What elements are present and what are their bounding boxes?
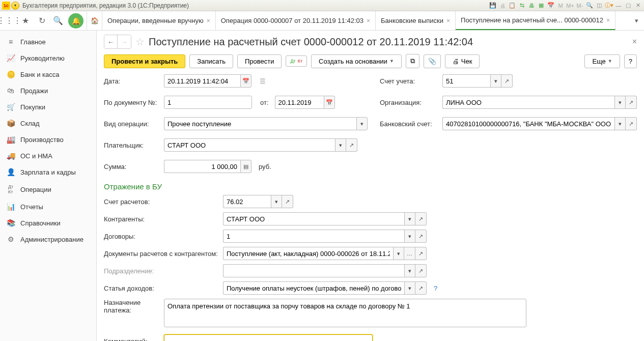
dtkt-button[interactable]: ДтКт [286, 55, 307, 67]
doc-num-input[interactable] [164, 96, 252, 109]
income-item-input[interactable] [223, 281, 404, 295]
favorite-icon[interactable]: ★ [19, 15, 32, 27]
check-button[interactable]: 🖨Чек [445, 54, 480, 68]
more-button[interactable]: Еще▼ [584, 54, 620, 68]
print-icon[interactable]: 🖨 [498, 2, 507, 10]
payer-input[interactable] [164, 138, 335, 152]
open-icon[interactable]: ↗ [415, 247, 427, 260]
nav-back-button[interactable]: ← [104, 35, 118, 48]
bank-account-input[interactable] [442, 117, 614, 130]
search-icon[interactable]: 🔍 [52, 15, 64, 27]
open-icon[interactable]: ↗ [415, 281, 427, 295]
open-icon[interactable]: ↗ [501, 74, 513, 88]
sidebar-item-bank[interactable]: 🪙Банк и касса [0, 66, 96, 82]
tab-operation-doc[interactable]: Операция 0000-000007 от 20.11.2019 11:42… [216, 11, 376, 30]
home-tab-icon[interactable]: 🏠 [87, 11, 102, 30]
close-icon[interactable]: × [207, 17, 210, 24]
sidebar-item-sales[interactable]: 🛍Продажи [0, 82, 96, 99]
chevron-down-icon[interactable]: ▾ [614, 96, 626, 109]
sum-input[interactable] [164, 160, 240, 173]
close-icon[interactable]: × [367, 17, 370, 24]
compare-icon[interactable]: ⇆ [518, 2, 526, 10]
from-date-input[interactable] [275, 96, 324, 109]
tab-receipt-active[interactable]: Поступление на расчетный сче... 0000-000… [456, 11, 615, 30]
grid-icon[interactable]: ▦ [537, 2, 545, 10]
calendar-icon[interactable]: 📅 [547, 2, 555, 10]
sidebar-item-main[interactable]: ≡Главное [0, 34, 96, 50]
chevron-down-icon[interactable]: ▾ [404, 264, 415, 277]
chevron-down-icon[interactable]: ▾ [614, 117, 626, 130]
m-icon[interactable]: M [556, 2, 565, 10]
sidebar-item-catalogs[interactable]: 📚Справочники [0, 215, 96, 231]
chevron-down-icon[interactable]: ▾ [271, 195, 282, 208]
favorite-star-icon[interactable]: ☆ [135, 36, 145, 48]
minimize-icon[interactable]: — [614, 2, 623, 10]
print2-icon[interactable]: 🖶 [527, 2, 536, 10]
close-page-icon[interactable]: × [632, 37, 637, 46]
m-minus-icon[interactable]: M- [576, 2, 584, 10]
zoom-icon[interactable]: 🔍 [585, 2, 594, 10]
calendar-picker-icon[interactable]: 📅 [240, 74, 251, 88]
comment-input[interactable] [164, 334, 373, 341]
create-based-button[interactable]: Создать на основании▼ [311, 54, 402, 68]
sidebar-item-hr[interactable]: 👤Зарплата и кадры [0, 164, 96, 180]
info-icon[interactable]: ⓘ▾ [605, 2, 613, 10]
sidebar-item-purchases[interactable]: 🛒Покупки [0, 99, 96, 115]
post-and-close-button[interactable]: Провести и закрыть [104, 54, 185, 68]
open-icon[interactable]: ↗ [626, 96, 637, 109]
sidebar-item-reports[interactable]: 📊Отчеты [0, 198, 96, 215]
m-plus-icon[interactable]: M+ [566, 2, 574, 10]
chevron-down-icon[interactable]: ▾ [404, 212, 415, 225]
open-icon[interactable]: ↗ [626, 117, 637, 130]
maximize-icon[interactable]: ▢ [624, 2, 632, 10]
sidebar-item-operations[interactable]: ДтКтОперации [0, 180, 96, 198]
list-icon[interactable]: ☰ [260, 77, 266, 85]
notifications-icon[interactable]: 🔔 [68, 13, 83, 29]
contractors-input[interactable] [223, 212, 404, 225]
structure-button[interactable]: ⧉ [406, 54, 419, 68]
contracts-input[interactable] [223, 230, 404, 243]
tab-operations-manual[interactable]: Операции, введенные вручную × [102, 11, 216, 30]
sidebar-item-manager[interactable]: 📈Руководителю [0, 50, 96, 66]
open-icon[interactable]: ↗ [415, 212, 427, 225]
sidebar-item-stock[interactable]: 📦Склад [0, 115, 96, 131]
chevron-down-icon[interactable]: ▾ [393, 247, 404, 260]
sidebar-item-admin[interactable]: ⚙Администрирование [0, 231, 96, 247]
panels-icon[interactable]: ◫ [595, 2, 603, 10]
sidebar-item-assets[interactable]: 🚚ОС и НМА [0, 148, 96, 164]
date-input[interactable] [164, 74, 240, 88]
account-input[interactable] [442, 74, 490, 88]
save-icon[interactable]: 💾 [489, 2, 497, 10]
history-icon[interactable]: ↻ [36, 15, 48, 27]
tab-bank-statements[interactable]: Банковские выписки × [376, 11, 456, 30]
chevron-down-icon[interactable]: ▾ [404, 281, 415, 295]
help-icon[interactable]: ? [434, 285, 437, 292]
calc-icon[interactable]: ▤ [240, 160, 251, 173]
settle-docs-input[interactable] [223, 247, 393, 260]
chevron-down-icon[interactable]: ▾ [404, 230, 415, 243]
chevron-down-icon[interactable]: ▾ [490, 74, 501, 88]
open-icon[interactable]: ↗ [346, 138, 357, 152]
chevron-down-icon[interactable]: ▾ [356, 117, 368, 130]
close-window-icon[interactable]: ✕ [634, 2, 642, 10]
settle-account-input[interactable] [223, 195, 271, 208]
org-input[interactable] [442, 96, 614, 109]
post-button[interactable]: Провести [237, 54, 282, 68]
open-icon[interactable]: ↗ [415, 230, 427, 243]
open-icon[interactable]: ↗ [415, 264, 427, 277]
sidebar-item-production[interactable]: 🏭Производство [0, 131, 96, 148]
close-icon[interactable]: × [606, 17, 610, 24]
apps-icon[interactable]: ⋮⋮⋮ [3, 15, 15, 27]
op-type-input[interactable] [164, 117, 356, 130]
attachment-button[interactable]: 📎 [424, 54, 441, 68]
close-icon[interactable]: × [446, 17, 450, 24]
save-button[interactable]: Записать [189, 54, 233, 68]
calendar-picker-icon[interactable]: 📅 [324, 96, 335, 109]
copy-icon[interactable]: 📋 [508, 2, 516, 10]
help-button[interactable]: ? [624, 54, 637, 68]
purpose-textarea[interactable] [164, 299, 526, 327]
ellipsis-icon[interactable]: … [404, 247, 415, 260]
open-icon[interactable]: ↗ [282, 195, 293, 208]
division-input[interactable] [223, 264, 404, 277]
tab-menu-button[interactable]: ▾ [629, 11, 644, 30]
